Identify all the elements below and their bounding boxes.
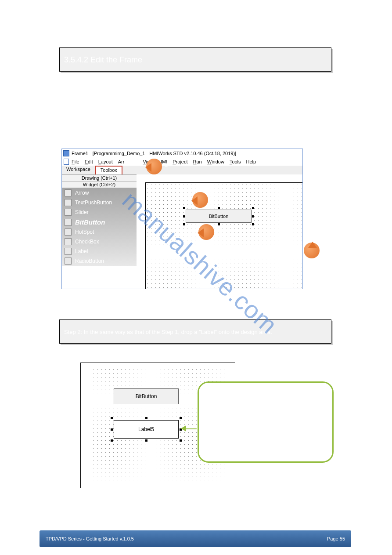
- handle[interactable]: [252, 223, 254, 225]
- handle[interactable]: [145, 417, 147, 419]
- menu-tools[interactable]: Tools: [230, 159, 241, 164]
- green-callout: The property "Text" is the string on the…: [198, 381, 334, 463]
- handle[interactable]: [183, 215, 185, 218]
- callout-step-2: 2: [192, 192, 208, 208]
- handle[interactable]: [180, 417, 182, 419]
- step2-box: Step 2: In the same way as that of the S…: [59, 319, 331, 344]
- callout-step-4: 4: [304, 243, 320, 258]
- callout-label: 2: [211, 195, 214, 201]
- item-label: Arrow: [75, 190, 89, 196]
- step2-text: Step 2: In the same way as that of the S…: [60, 320, 331, 344]
- item-label: Label: [75, 248, 88, 254]
- intro-line: Step 1: As the following figure shows, c…: [42, 90, 349, 99]
- callout-line: default text depends on the: [208, 404, 324, 410]
- dot-grid: [145, 182, 302, 289]
- app-icon: [63, 150, 69, 156]
- callout-label: 3: [217, 227, 220, 233]
- callout-line: on the "Label" widget. The: [208, 397, 324, 404]
- item-label: HotSpot: [75, 229, 94, 235]
- handle[interactable]: [218, 207, 220, 209]
- menubar: File Edit Layout Arr View HMI Project Ru…: [62, 158, 302, 166]
- intro-line: and drop a "BitButton" onto the design a…: [42, 99, 349, 109]
- toolbox-item-label[interactable]: Label: [62, 247, 137, 256]
- selection-handles-2: [111, 418, 181, 441]
- item-label: TextPushButton: [75, 200, 112, 206]
- checkbox-icon: [65, 238, 72, 245]
- tab-toolbox[interactable]: Toolbox: [95, 166, 122, 174]
- handle[interactable]: [111, 439, 113, 442]
- menu-help[interactable]: Help: [246, 159, 256, 164]
- section-title: 3.5.4.2 Edit the Frame: [60, 48, 331, 72]
- callout-step-3: 3: [198, 224, 214, 240]
- callout-line: number of "Label" widget.: [208, 410, 324, 417]
- handle[interactable]: [218, 223, 220, 225]
- green-arrow: [184, 428, 197, 429]
- callout-line: The property "Text" is the string: [208, 391, 324, 397]
- handle[interactable]: [252, 207, 254, 209]
- item-label: CheckBox: [75, 239, 99, 245]
- intro-text: Step 1: As the following figure shows, c…: [42, 90, 349, 109]
- handle[interactable]: [183, 223, 185, 225]
- handle[interactable]: [252, 215, 254, 218]
- handle[interactable]: [145, 439, 147, 442]
- handle[interactable]: [183, 207, 185, 209]
- menu-project[interactable]: Project: [173, 159, 187, 164]
- panel-drawing[interactable]: Drawing (Ctrl+1): [62, 174, 137, 181]
- callout-label: 1: [165, 161, 168, 168]
- menu-file[interactable]: File: [72, 159, 79, 164]
- green-arrow-head-icon: [178, 425, 186, 432]
- placed-bitbutton-2[interactable]: BitButton: [114, 388, 179, 404]
- item-label: RadioButton: [75, 258, 104, 264]
- toolbox-item-bitbutton[interactable]: BitButton: [62, 217, 137, 227]
- selection-handles: [184, 208, 253, 225]
- section-title-box: 3.5.4.2 Edit the Frame: [59, 47, 331, 72]
- toolbox-item-arrow[interactable]: Arrow: [62, 188, 137, 198]
- menu-window[interactable]: Window: [207, 159, 224, 164]
- radio-icon: [65, 258, 72, 265]
- item-label: BitButton: [75, 218, 105, 226]
- bitbutton-icon: [65, 219, 72, 226]
- toolbox-panel: Drawing (Ctrl+1) Widget (Ctrl+2) Arrow T…: [62, 174, 137, 289]
- handle[interactable]: [111, 417, 113, 419]
- menu-layout[interactable]: Layout: [98, 159, 113, 164]
- window-title: Frame1 - [Programmimg_Demo_1 - HMIWorks …: [72, 151, 236, 156]
- arrow-icon: [65, 189, 72, 196]
- toolbox-list: Arrow TextPushButton Slider BitButton Ho…: [62, 188, 137, 266]
- footer-left: TPD/VPD Series - Getting Started v.1.0.5: [46, 536, 134, 541]
- toolbox-item-checkbox[interactable]: CheckBox: [62, 237, 137, 247]
- callout-step-1: 1: [146, 159, 162, 174]
- panel-widget[interactable]: Widget (Ctrl+2): [62, 181, 137, 188]
- tab-workspace[interactable]: Workspace: [62, 166, 95, 174]
- toolbox-item-radiobutton[interactable]: RadioButton: [62, 256, 137, 266]
- workspace-tabs: Workspace Toolbox: [62, 166, 302, 174]
- text-icon: [65, 199, 72, 206]
- menu-run[interactable]: Run: [193, 159, 202, 164]
- handle[interactable]: [111, 428, 113, 431]
- menu-edit[interactable]: Edit: [85, 159, 93, 164]
- menu-arrange[interactable]: Arr: [118, 159, 125, 164]
- footer-copyright: Copyright@ 2020 ICP DAS CO., LTD. All Ri…: [40, 550, 351, 554]
- footer: TPD/VPD Series - Getting Started v.1.0.5…: [40, 530, 351, 547]
- callout-label: 4: [309, 261, 312, 268]
- document-icon: [64, 159, 69, 165]
- toolbox-item-slider[interactable]: Slider: [62, 207, 137, 217]
- handle[interactable]: [180, 439, 182, 442]
- footer-right: Page 55: [327, 536, 345, 541]
- label-icon: [65, 248, 72, 255]
- window-titlebar: Frame1 - [Programmimg_Demo_1 - HMIWorks …: [62, 149, 302, 158]
- ide-window: Frame1 - [Programmimg_Demo_1 - HMIWorks …: [61, 149, 303, 289]
- toolbox-item-hotspot[interactable]: HotSpot: [62, 227, 137, 237]
- widget-label: BitButton: [136, 393, 157, 399]
- page: { "section_title": "3.5.4.2 Edit the Fra…: [0, 0, 392, 555]
- toolbox-item-textpushbutton[interactable]: TextPushButton: [62, 198, 137, 207]
- slider-icon: [65, 209, 72, 216]
- hotspot-icon: [65, 229, 72, 236]
- item-label: Slider: [75, 209, 89, 215]
